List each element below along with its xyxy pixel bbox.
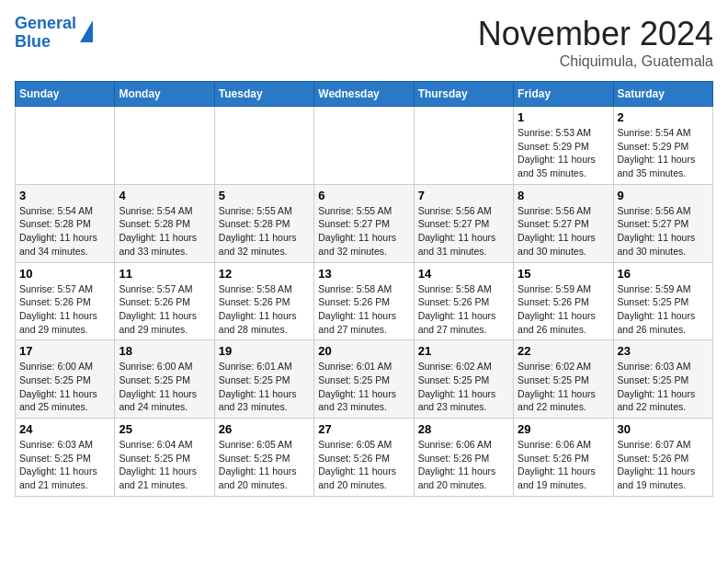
day-info: Sunrise: 5:57 AM Sunset: 5:26 PM Dayligh… [19,282,110,337]
day-number: 22 [518,344,609,358]
sunrise-text: Sunrise: 5:58 AM [418,283,492,294]
daylight-text: Daylight: 11 hours and 23 minutes. [418,388,496,413]
sunrise-text: Sunrise: 6:01 AM [318,361,392,372]
calendar-cell: 13 Sunrise: 5:58 AM Sunset: 5:26 PM Dayl… [314,262,414,340]
daylight-text: Daylight: 11 hours and 25 minutes. [19,388,97,413]
daylight-text: Daylight: 11 hours and 32 minutes. [318,232,396,257]
sunrise-text: Sunrise: 6:06 AM [418,439,492,450]
day-number: 9 [618,189,709,202]
sunrise-text: Sunrise: 6:03 AM [19,439,93,450]
logo: General Blue [15,15,93,52]
day-number: 12 [219,267,310,281]
calendar-cell: 22 Sunrise: 6:02 AM Sunset: 5:25 PM Dayl… [514,340,613,419]
day-number: 28 [418,422,509,436]
daylight-text: Daylight: 11 hours and 30 minutes. [518,232,596,257]
sunrise-text: Sunrise: 5:54 AM [119,205,192,216]
daylight-text: Daylight: 11 hours and 29 minutes. [119,310,197,335]
calendar-cell: 30 Sunrise: 6:07 AM Sunset: 5:26 PM Dayl… [613,419,712,497]
daylight-text: Daylight: 11 hours and 31 minutes. [418,232,496,257]
daylight-text: Daylight: 11 hours and 21 minutes. [19,465,97,490]
day-info: Sunrise: 6:04 AM Sunset: 5:25 PM Dayligh… [119,438,210,492]
day-number: 1 [518,110,609,124]
daylight-text: Daylight: 11 hours and 20 minutes. [318,465,396,490]
day-info: Sunrise: 6:01 AM Sunset: 5:25 PM Dayligh… [219,360,310,414]
day-info: Sunrise: 5:56 AM Sunset: 5:27 PM Dayligh… [418,204,509,259]
sunrise-text: Sunrise: 5:55 AM [318,205,392,216]
calendar-cell: 14 Sunrise: 5:58 AM Sunset: 5:26 PM Dayl… [414,262,513,340]
calendar-cell: 16 Sunrise: 5:59 AM Sunset: 5:25 PM Dayl… [613,262,712,340]
sunrise-text: Sunrise: 6:00 AM [19,361,93,372]
day-number: 29 [518,422,609,436]
sunrise-text: Sunrise: 5:53 AM [518,127,591,138]
calendar-cell: 24 Sunrise: 6:03 AM Sunset: 5:25 PM Dayl… [16,419,115,497]
day-number: 19 [219,344,310,358]
calendar-week-2: 3 Sunrise: 5:54 AM Sunset: 5:28 PM Dayli… [16,184,713,262]
day-number: 10 [19,267,110,281]
day-info: Sunrise: 6:03 AM Sunset: 5:25 PM Dayligh… [618,360,709,414]
day-number: 5 [219,189,310,202]
day-number: 27 [318,422,409,436]
sunset-text: Sunset: 5:25 PM [119,374,190,385]
sunrise-text: Sunrise: 6:06 AM [518,439,591,450]
weekday-header-thursday: Thursday [414,82,513,107]
title-block: November 2024 Chiquimula, Guatemala [478,15,713,70]
day-info: Sunrise: 6:01 AM Sunset: 5:25 PM Dayligh… [318,360,409,414]
day-number: 30 [618,422,709,436]
sunrise-text: Sunrise: 5:56 AM [418,205,492,216]
calendar-cell: 1 Sunrise: 5:53 AM Sunset: 5:29 PM Dayli… [514,107,613,185]
day-info: Sunrise: 5:55 AM Sunset: 5:28 PM Dayligh… [219,204,310,259]
sunset-text: Sunset: 5:25 PM [19,374,91,385]
day-number: 11 [119,267,210,281]
day-info: Sunrise: 6:07 AM Sunset: 5:26 PM Dayligh… [618,438,709,492]
sunrise-text: Sunrise: 6:03 AM [618,361,691,372]
logo-blue: Blue [15,32,51,51]
daylight-text: Daylight: 11 hours and 19 minutes. [518,465,596,490]
daylight-text: Daylight: 11 hours and 30 minutes. [618,232,696,257]
sunset-text: Sunset: 5:26 PM [318,453,390,464]
daylight-text: Daylight: 11 hours and 22 minutes. [618,388,696,413]
sunset-text: Sunset: 5:25 PM [618,296,689,307]
calendar-cell: 25 Sunrise: 6:04 AM Sunset: 5:25 PM Dayl… [115,419,214,497]
page-header: General Blue November 2024 Chiquimula, G… [15,15,713,70]
calendar-cell: 15 Sunrise: 5:59 AM Sunset: 5:26 PM Dayl… [514,262,613,340]
sunrise-text: Sunrise: 5:54 AM [618,127,691,138]
sunset-text: Sunset: 5:26 PM [618,453,689,464]
day-info: Sunrise: 5:59 AM Sunset: 5:25 PM Dayligh… [618,282,709,337]
calendar-cell: 17 Sunrise: 6:00 AM Sunset: 5:25 PM Dayl… [16,340,115,419]
sunset-text: Sunset: 5:27 PM [618,218,689,229]
calendar-cell: 2 Sunrise: 5:54 AM Sunset: 5:29 PM Dayli… [613,107,712,185]
sunset-text: Sunset: 5:26 PM [518,296,589,307]
day-number: 17 [19,344,110,358]
daylight-text: Daylight: 11 hours and 24 minutes. [119,388,197,413]
daylight-text: Daylight: 11 hours and 23 minutes. [219,388,297,413]
day-number: 2 [618,110,709,124]
weekday-header-saturday: Saturday [613,82,712,107]
sunrise-text: Sunrise: 6:02 AM [518,361,591,372]
calendar-cell: 27 Sunrise: 6:05 AM Sunset: 5:26 PM Dayl… [314,419,414,497]
calendar-cell: 8 Sunrise: 5:56 AM Sunset: 5:27 PM Dayli… [514,184,613,262]
daylight-text: Daylight: 11 hours and 29 minutes. [19,310,97,335]
calendar-cell: 11 Sunrise: 5:57 AM Sunset: 5:26 PM Dayl… [115,262,214,340]
logo-triangle-icon [80,20,93,42]
calendar-cell: 5 Sunrise: 5:55 AM Sunset: 5:28 PM Dayli… [214,184,313,262]
location-subtitle: Chiquimula, Guatemala [478,53,713,70]
sunset-text: Sunset: 5:28 PM [19,218,91,229]
sunset-text: Sunset: 5:25 PM [219,453,290,464]
sunrise-text: Sunrise: 5:58 AM [219,283,292,294]
weekday-header-friday: Friday [514,82,613,107]
sunrise-text: Sunrise: 6:07 AM [618,439,691,450]
day-info: Sunrise: 5:57 AM Sunset: 5:26 PM Dayligh… [119,282,210,337]
day-info: Sunrise: 6:02 AM Sunset: 5:25 PM Dayligh… [518,360,609,414]
sunset-text: Sunset: 5:26 PM [119,296,190,307]
daylight-text: Daylight: 11 hours and 32 minutes. [219,232,297,257]
weekday-header-sunday: Sunday [16,82,115,107]
daylight-text: Daylight: 11 hours and 23 minutes. [318,388,396,413]
day-number: 15 [518,267,609,281]
day-info: Sunrise: 6:03 AM Sunset: 5:25 PM Dayligh… [19,438,110,492]
calendar-cell [314,107,414,185]
daylight-text: Daylight: 11 hours and 28 minutes. [219,310,297,335]
sunset-text: Sunset: 5:25 PM [418,374,490,385]
sunrise-text: Sunrise: 6:02 AM [418,361,492,372]
calendar-week-5: 24 Sunrise: 6:03 AM Sunset: 5:25 PM Dayl… [16,419,713,497]
day-info: Sunrise: 6:06 AM Sunset: 5:26 PM Dayligh… [518,438,609,492]
